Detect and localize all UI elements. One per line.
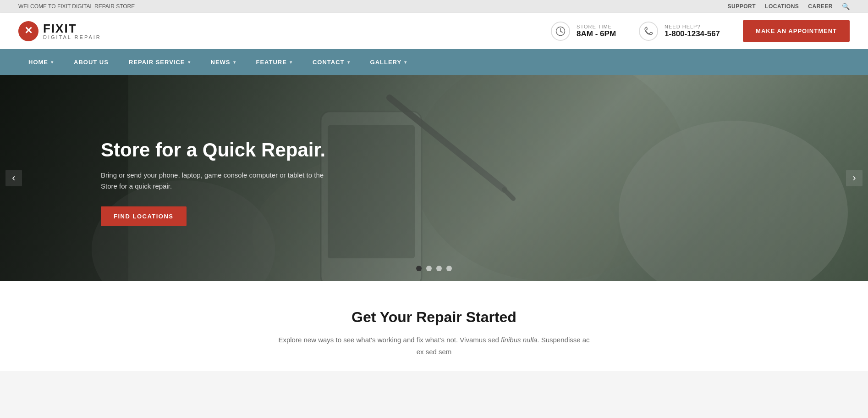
nav-about[interactable]: ABOUT US	[64, 49, 119, 75]
career-link[interactable]: CAREER	[808, 3, 833, 10]
nav-repair[interactable]: REPAIR SERVICE ▾	[119, 49, 201, 75]
nav-home-arrow: ▾	[51, 60, 54, 65]
nav-feature[interactable]: FEATURE ▾	[246, 49, 302, 75]
main-nav: HOME ▾ ABOUT US REPAIR SERVICE ▾ NEWS ▾ …	[0, 49, 868, 75]
svg-text:✕: ✕	[24, 25, 33, 36]
nav-feature-label: FEATURE	[256, 59, 287, 66]
clock-icon	[551, 22, 570, 41]
nav-home[interactable]: HOME ▾	[18, 49, 64, 75]
search-icon[interactable]: 🔍	[842, 3, 850, 10]
nav-about-label: ABOUT US	[74, 59, 109, 66]
nav-news-label: NEWS	[211, 59, 231, 66]
svg-line-4	[560, 31, 562, 33]
logo-area: ✕ FIXIT DIGITAL REPAIR	[18, 21, 101, 41]
help-label: NEED HELP?	[665, 24, 720, 29]
slider-dot-1[interactable]	[416, 266, 422, 271]
hero-section: Store for a Quick Repair. Bring or send …	[0, 75, 868, 281]
nav-gallery-label: GALLERY	[370, 59, 402, 66]
slider-dot-3[interactable]	[436, 266, 442, 271]
locations-link[interactable]: LOCATIONS	[765, 3, 799, 10]
hero-title: Store for a Quick Repair.	[101, 139, 330, 162]
nav-contact-arrow: ▾	[347, 60, 350, 65]
logo-text: FIXIT DIGITAL REPAIR	[43, 22, 101, 40]
nav-news[interactable]: NEWS ▾	[201, 49, 246, 75]
logo-icon: ✕	[18, 21, 38, 41]
hero-subtitle: Bring or send your phone, laptop, game c…	[101, 170, 330, 192]
nav-repair-label: REPAIR SERVICE	[129, 59, 185, 66]
get-started-section: Get Your Repair Started Explore new ways…	[0, 281, 868, 371]
slider-next-button[interactable]: ›	[846, 170, 863, 186]
store-time-item: STORE TIME 8AM - 6PM	[551, 22, 616, 41]
nav-home-label: HOME	[28, 59, 48, 66]
site-header: ✕ FIXIT DIGITAL REPAIR STORE TIME 8AM - …	[0, 13, 868, 49]
find-locations-button[interactable]: FIND LOCATIONS	[101, 206, 187, 226]
logo-title: FIXIT	[43, 22, 101, 34]
slider-prev-button[interactable]: ‹	[5, 170, 22, 186]
top-bar: WELCOME TO FIXIT DIGITAL REPAIR STORE SU…	[0, 0, 868, 13]
help-item: NEED HELP? 1-800-1234-567	[639, 22, 720, 41]
nav-contact[interactable]: CONTACT ▾	[302, 49, 360, 75]
section-title: Get Your Repair Started	[18, 309, 850, 326]
header-info: STORE TIME 8AM - 6PM NEED HELP? 1-800-12…	[551, 20, 850, 42]
top-bar-links: SUPPORT LOCATIONS CAREER 🔍	[728, 3, 850, 10]
support-link[interactable]: SUPPORT	[728, 3, 756, 10]
store-time-label: STORE TIME	[577, 24, 616, 29]
help-text: NEED HELP? 1-800-1234-567	[665, 24, 720, 39]
store-time-value: 8AM - 6PM	[577, 29, 616, 39]
appointment-button[interactable]: MAKE AN APPOINTMENT	[743, 20, 850, 42]
nav-repair-arrow: ▾	[188, 60, 191, 65]
section-subtitle: Explore new ways to see what's working a…	[278, 334, 590, 357]
nav-news-arrow: ▾	[233, 60, 236, 65]
store-time-text: STORE TIME 8AM - 6PM	[577, 24, 616, 39]
logo-subtitle: DIGITAL REPAIR	[43, 34, 101, 40]
slider-dot-4[interactable]	[446, 266, 452, 271]
slider-dots	[416, 266, 452, 271]
nav-contact-label: CONTACT	[313, 59, 345, 66]
slider-dot-2[interactable]	[426, 266, 432, 271]
nav-feature-arrow: ▾	[290, 60, 292, 65]
nav-gallery-arrow: ▾	[404, 60, 407, 65]
phone-icon	[639, 22, 658, 41]
welcome-text: WELCOME TO FIXIT DIGITAL REPAIR STORE	[18, 3, 135, 10]
nav-gallery[interactable]: GALLERY ▾	[360, 49, 418, 75]
help-phone: 1-800-1234-567	[665, 29, 720, 39]
hero-content: Store for a Quick Repair. Bring or send …	[101, 139, 330, 226]
